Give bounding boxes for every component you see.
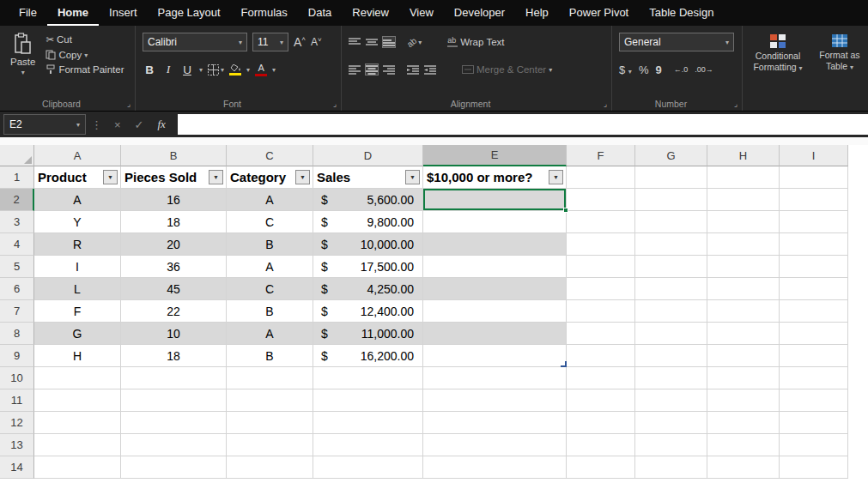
cell-F8[interactable]: [567, 323, 635, 345]
increase-indent-button[interactable]: [424, 64, 436, 75]
cell-I1[interactable]: [780, 166, 848, 189]
cell-F11[interactable]: [567, 389, 635, 412]
cell-B8[interactable]: 10: [121, 323, 227, 345]
cell-F3[interactable]: [567, 211, 635, 233]
cell-C10[interactable]: [227, 367, 313, 389]
cell-F10[interactable]: [567, 367, 635, 389]
row-header-3[interactable]: 3: [0, 211, 34, 233]
cell-B14[interactable]: [121, 456, 227, 479]
cell-A5[interactable]: I: [34, 256, 121, 278]
align-right-button[interactable]: [383, 64, 395, 75]
bold-button[interactable]: B: [143, 63, 156, 76]
cell-F13[interactable]: [567, 434, 635, 456]
cell-I13[interactable]: [780, 434, 848, 456]
row-header-5[interactable]: 5: [0, 256, 34, 278]
cell-E6[interactable]: [423, 278, 567, 300]
column-header-h[interactable]: H: [707, 145, 780, 166]
conditional-formatting-button[interactable]: Conditional Formatting ▾: [750, 31, 806, 95]
cell-G1[interactable]: [635, 166, 707, 189]
formula-input[interactable]: [178, 114, 868, 135]
filter-button[interactable]: ▼: [549, 170, 563, 184]
cell-H14[interactable]: [707, 456, 780, 479]
menu-tab-page-layout[interactable]: Page Layout: [148, 0, 231, 26]
cell-A12[interactable]: [34, 412, 121, 434]
cell-C2[interactable]: A: [227, 189, 313, 211]
cell-H11[interactable]: [707, 389, 780, 412]
cell-B10[interactable]: [121, 367, 227, 389]
row-header-1[interactable]: 1: [0, 166, 34, 189]
increase-font-size-button[interactable]: A˄: [294, 35, 306, 49]
middle-align-button[interactable]: [366, 37, 378, 47]
cell-E2[interactable]: [423, 189, 567, 211]
wrap-text-button[interactable]: ab Wrap Text: [447, 36, 504, 48]
format-as-table-button[interactable]: Format as Table ▾: [811, 31, 868, 95]
cell-B1[interactable]: Pieces Sold▼: [121, 166, 227, 189]
paste-button[interactable]: Paste ▾: [7, 31, 39, 95]
cell-F2[interactable]: [567, 189, 635, 211]
cell-I5[interactable]: [780, 256, 848, 278]
row-header-12[interactable]: 12: [0, 412, 34, 434]
cell-H9[interactable]: [707, 345, 780, 367]
cell-G10[interactable]: [635, 367, 707, 389]
cell-D9[interactable]: $16,200.00: [313, 345, 423, 367]
filter-button[interactable]: ▼: [103, 170, 118, 184]
cell-B13[interactable]: [121, 434, 227, 456]
cell-E8[interactable]: [423, 323, 567, 345]
format-painter-button[interactable]: Format Painter: [46, 64, 124, 75]
decrease-decimal-button[interactable]: .00→: [695, 65, 713, 74]
cell-E3[interactable]: [423, 211, 567, 233]
fill-handle[interactable]: [563, 208, 568, 213]
row-header-10[interactable]: 10: [0, 367, 34, 389]
cell-I7[interactable]: [780, 300, 848, 323]
cell-A8[interactable]: G: [34, 323, 121, 345]
filter-button[interactable]: ▼: [209, 170, 223, 184]
cell-A11[interactable]: [34, 389, 121, 412]
cell-B3[interactable]: 18: [121, 211, 227, 233]
cell-G3[interactable]: [635, 211, 707, 233]
cell-A6[interactable]: L: [34, 278, 121, 300]
cell-H10[interactable]: [707, 367, 780, 389]
cell-E7[interactable]: [423, 300, 567, 323]
cell-B4[interactable]: 20: [121, 233, 227, 256]
menu-tab-developer[interactable]: Developer: [444, 0, 515, 26]
copy-button[interactable]: Copy ▾: [46, 50, 124, 60]
underline-button[interactable]: U: [180, 63, 194, 76]
cell-G8[interactable]: [635, 323, 707, 345]
cell-D7[interactable]: $12,400.00: [313, 300, 423, 323]
row-header-2[interactable]: 2: [0, 189, 34, 211]
row-header-6[interactable]: 6: [0, 278, 34, 300]
cell-F1[interactable]: [567, 166, 635, 189]
cell-E13[interactable]: [423, 434, 567, 456]
enter-button[interactable]: ✓: [128, 118, 151, 131]
cell-I11[interactable]: [780, 389, 848, 412]
cell-A9[interactable]: H: [34, 345, 121, 367]
number-format-combo[interactable]: General ▾: [619, 33, 734, 51]
cell-D2[interactable]: $5,600.00: [313, 189, 423, 211]
menu-tab-table-design[interactable]: Table Design: [639, 0, 724, 26]
menu-tab-insert[interactable]: Insert: [99, 0, 148, 26]
cell-H5[interactable]: [707, 256, 780, 278]
cell-B7[interactable]: 22: [121, 300, 227, 323]
column-header-i[interactable]: I: [780, 145, 848, 166]
cell-A3[interactable]: Y: [34, 211, 121, 233]
align-left-button[interactable]: [349, 64, 361, 75]
dialog-launcher-icon[interactable]: ⌟: [127, 100, 131, 108]
cell-C7[interactable]: B: [227, 300, 313, 323]
column-header-c[interactable]: C: [227, 145, 313, 166]
font-name-combo[interactable]: Calibri ▾: [143, 33, 247, 51]
cell-H13[interactable]: [707, 434, 780, 456]
row-header-4[interactable]: 4: [0, 233, 34, 256]
cell-D10[interactable]: [313, 367, 423, 389]
name-box[interactable]: E2 ▾: [3, 114, 86, 135]
filter-button[interactable]: ▼: [295, 170, 310, 184]
cell-F14[interactable]: [567, 456, 635, 479]
column-header-b[interactable]: B: [121, 145, 227, 166]
cell-G2[interactable]: [635, 189, 707, 211]
top-align-button[interactable]: [349, 37, 361, 47]
row-header-9[interactable]: 9: [0, 345, 34, 367]
cell-H12[interactable]: [707, 412, 780, 434]
font-color-button[interactable]: A: [255, 63, 267, 76]
cell-I3[interactable]: [780, 211, 848, 233]
cell-D8[interactable]: $11,000.00: [313, 323, 423, 345]
cell-E11[interactable]: [423, 389, 567, 412]
